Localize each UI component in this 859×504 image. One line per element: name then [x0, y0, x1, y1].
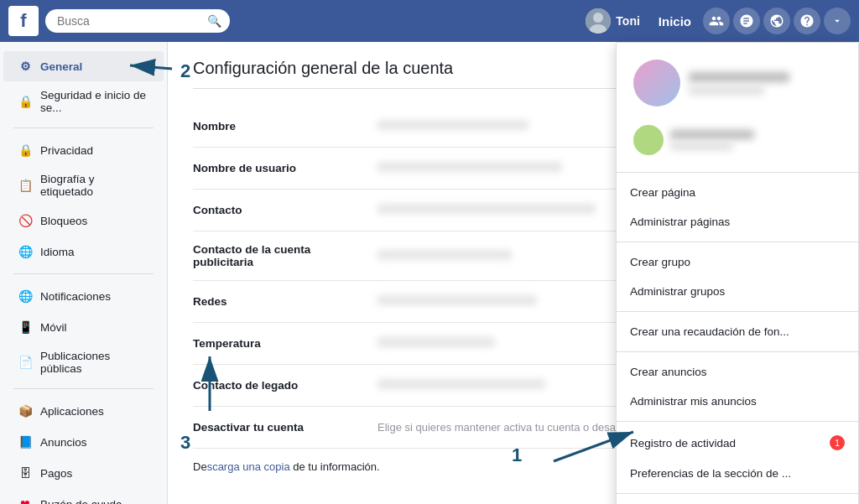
- dropdown-administrar-paginas[interactable]: Administrar páginas: [617, 207, 858, 236]
- divider-3: [13, 388, 154, 389]
- label-contact: Contacto: [193, 204, 377, 216]
- notifications-icon: 🌐: [17, 288, 34, 304]
- sidebar-item-apps[interactable]: 📦 Aplicaciones: [3, 396, 164, 426]
- dropdown-registro-actividad[interactable]: Registro de actividad 1: [617, 427, 858, 459]
- blurred-networks: [377, 295, 537, 305]
- dropdown-crear-anuncios[interactable]: Crear anuncios: [617, 357, 858, 387]
- globe-icon[interactable]: [763, 8, 790, 34]
- messenger-icon[interactable]: [733, 8, 760, 34]
- activity-badge: 1: [830, 435, 845, 450]
- profile-secondary-sub-blurred: [670, 143, 733, 150]
- profile-secondary-info: [670, 130, 754, 150]
- label-username: Nombre de usuario: [193, 162, 377, 174]
- payments-icon: 🗄: [17, 465, 34, 481]
- dropdown-crear-pagina[interactable]: Crear página: [617, 178, 858, 207]
- dropdown-section-activity: Registro de actividad 1 Preferencias de …: [617, 422, 858, 494]
- blurred-ad-contact: [377, 250, 512, 260]
- block-icon: 🚫: [17, 212, 34, 229]
- dropdown-crear-grupo[interactable]: Crear grupo: [617, 247, 858, 277]
- sidebar-item-security[interactable]: 🔒 Seguridad e inicio de se...: [3, 82, 164, 121]
- blurred-contact: [377, 204, 596, 214]
- sidebar-label-apps: Aplicaciones: [40, 405, 104, 418]
- sidebar-label-blocks: Bloqueos: [40, 215, 87, 227]
- profile-info: [689, 72, 789, 95]
- sidebar-item-public-posts[interactable]: 📄 Publicaciones públicas: [3, 343, 164, 382]
- language-icon: 🌐: [17, 243, 34, 260]
- user-name: Toni: [616, 14, 640, 28]
- profile-name-blurred: [689, 72, 789, 82]
- facebook-logo[interactable]: f: [8, 6, 39, 36]
- blurred-temperature: [377, 337, 495, 347]
- label-nombre: Nombre: [193, 120, 377, 132]
- label-temperature: Temperatura: [193, 337, 377, 350]
- dropdown-section-fundraiser: Crear una recaudación de fon...: [617, 312, 858, 352]
- dropdown-menu: Crear página Administrar páginas Crear g…: [616, 42, 859, 504]
- user-menu-button[interactable]: Toni: [579, 5, 647, 37]
- avatar: [586, 8, 611, 34]
- help-box-icon: ❤: [17, 496, 34, 504]
- privacy-icon: 🔒: [17, 142, 34, 158]
- sidebar-label-language: Idioma: [40, 246, 75, 258]
- blurred-legacy: [377, 379, 545, 389]
- sidebar-label-mobile: Móvil: [40, 321, 67, 334]
- profile-secondary-avatar: [633, 125, 664, 155]
- download-prefix: De: [193, 460, 207, 473]
- public-posts-icon: 📄: [17, 354, 34, 371]
- apps-icon: 📦: [17, 403, 34, 419]
- divider-2: [13, 273, 154, 274]
- profile-card[interactable]: [627, 53, 848, 113]
- chevron-down-icon[interactable]: [824, 8, 851, 34]
- divider-1: [13, 127, 154, 128]
- sidebar-label-payments: Pagos: [40, 467, 72, 480]
- lock-icon: 🔒: [17, 93, 34, 110]
- sidebar-item-general[interactable]: ⚙ General: [3, 51, 164, 81]
- sidebar-label-notifications: Notificaciones: [40, 290, 111, 303]
- label-legacy: Contacto de legado: [193, 379, 377, 392]
- sidebar-item-payments[interactable]: 🗄 Pagos: [3, 458, 164, 488]
- download-suffix: de tu información.: [290, 460, 380, 473]
- sidebar-item-language[interactable]: 🌐 Idioma: [3, 236, 164, 267]
- sidebar-item-privacy[interactable]: 🔒 Privacidad: [3, 135, 164, 165]
- profile-avatar: [633, 60, 680, 107]
- sidebar-label-security: Seguridad e inicio de se...: [40, 89, 150, 114]
- sidebar-label-privacy: Privacidad: [40, 144, 93, 157]
- sidebar-item-blocks[interactable]: 🚫 Bloqueos: [3, 205, 164, 236]
- dropdown-configuracion[interactable]: Configuración: [617, 499, 858, 504]
- profile-sub-blurred: [689, 86, 764, 95]
- friends-icon[interactable]: [703, 8, 730, 34]
- dropdown-administrar-anuncios[interactable]: Administrar mis anuncios: [617, 387, 858, 416]
- sidebar-item-mobile[interactable]: 📱 Móvil: [3, 312, 164, 342]
- sidebar-label-biography: Biografía y etiquetado: [40, 173, 150, 198]
- help-icon[interactable]: [794, 8, 820, 34]
- svg-point-1: [593, 13, 603, 23]
- label-networks: Redes: [193, 295, 377, 308]
- sidebar-label-public-posts: Publicaciones públicas: [40, 350, 150, 375]
- download-link[interactable]: scarga una copia: [207, 460, 290, 473]
- dropdown-section-groups: Crear grupo Administrar grupos: [617, 242, 858, 312]
- sidebar-item-ads[interactable]: 📘 Anuncios: [3, 427, 164, 457]
- dropdown-preferencias[interactable]: Preferencias de la sección de ...: [617, 459, 858, 488]
- dropdown-section-settings: Configuración Salir: [617, 494, 858, 504]
- sidebar-item-notifications[interactable]: 🌐 Notificaciones: [3, 281, 164, 311]
- label-deactivate: Desactivar tu cuenta: [193, 421, 377, 434]
- profile-secondary-name-blurred: [670, 130, 754, 139]
- blurred-nombre: [377, 120, 528, 130]
- sidebar-label-help: Buzón de ayuda: [40, 498, 122, 505]
- dropdown-administrar-grupos[interactable]: Administrar grupos: [617, 277, 858, 306]
- sidebar: ⚙ General 🔒 Seguridad e inicio de se... …: [0, 42, 168, 504]
- sidebar-label-general: General: [40, 60, 82, 73]
- search-wrapper: 🔍: [45, 9, 230, 33]
- blurred-username: [377, 162, 562, 172]
- search-input[interactable]: [45, 9, 230, 33]
- dropdown-crear-recaudacion[interactable]: Crear una recaudación de fon...: [617, 317, 858, 346]
- topnav-right: Toni Inicio: [579, 5, 851, 37]
- ads-icon: 📘: [17, 434, 34, 450]
- dropdown-profile-section: [617, 43, 858, 173]
- mobile-icon: 📱: [17, 319, 34, 335]
- profile-secondary: [627, 118, 848, 162]
- sidebar-label-ads: Anuncios: [40, 436, 87, 449]
- sidebar-item-biography[interactable]: 📋 Biografía y etiquetado: [3, 166, 164, 205]
- home-button[interactable]: Inicio: [650, 9, 700, 34]
- label-ad-contact: Contacto de la cuentapublicitaria: [193, 243, 377, 268]
- sidebar-item-help[interactable]: ❤ Buzón de ayuda: [3, 489, 164, 504]
